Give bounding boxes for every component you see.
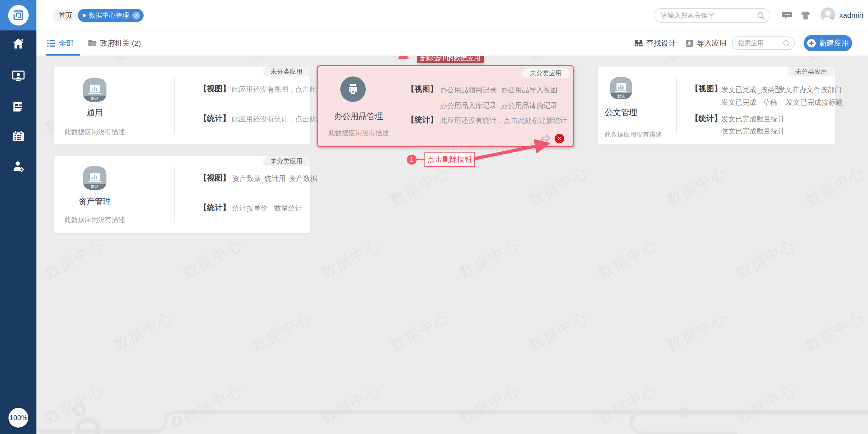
delete-app-button[interactable]: ✕ bbox=[555, 134, 564, 143]
views-label: 【视图】 bbox=[407, 84, 438, 95]
stat-link[interactable]: 数量统计 bbox=[274, 204, 302, 213]
app-card-assets[interactable]: 未分类应用 默认 资产管理 此数据应用没有描述 【视图】 资产数据_统计用 资产… bbox=[54, 156, 310, 233]
breadcrumb-home[interactable]: 首页 bbox=[52, 10, 79, 21]
new-app-button[interactable]: 新建应用 bbox=[804, 35, 852, 51]
watermark-text: 数据中心 bbox=[318, 380, 385, 428]
app-search bbox=[732, 36, 795, 50]
watermark-text: 数据中心 bbox=[733, 235, 800, 283]
tab-all[interactable]: 全部 bbox=[47, 30, 74, 56]
stat-link[interactable]: 发文已完成数量统计 bbox=[721, 114, 785, 124]
step-1-marker: 1 bbox=[407, 155, 417, 165]
view-link[interactable]: 办公用品导入视图 bbox=[501, 85, 557, 95]
close-tab-icon[interactable]: ✕ bbox=[132, 12, 140, 19]
monitor-user-icon[interactable] bbox=[12, 69, 25, 82]
app-search-input[interactable] bbox=[738, 37, 781, 49]
category-badge[interactable]: 未分类应用 bbox=[263, 156, 310, 166]
tab-data-center-label: 数据中心管理 bbox=[89, 11, 129, 20]
import-app-button[interactable]: 导入应用 bbox=[685, 30, 727, 56]
home-icon[interactable] bbox=[12, 37, 25, 50]
watermark-text: 数据中心 bbox=[180, 380, 247, 428]
global-search-input[interactable] bbox=[661, 9, 753, 22]
news-icon[interactable] bbox=[12, 99, 25, 112]
view-link[interactable]: 发文已完成_按类型 bbox=[721, 85, 782, 95]
move-category-icon[interactable] bbox=[540, 133, 551, 145]
watermark-text: 数据中心 bbox=[387, 162, 454, 210]
username[interactable]: xadmin bbox=[839, 11, 863, 19]
watermark-text: 数据中心 bbox=[525, 307, 592, 355]
watermark-text: 数据中心 bbox=[36, 162, 39, 210]
calendar-icon[interactable] bbox=[12, 130, 25, 142]
search-icon[interactable] bbox=[757, 12, 765, 22]
category-badge[interactable]: 未分类应用 bbox=[522, 68, 569, 78]
view-link[interactable]: 办公用品入库记录 bbox=[440, 101, 497, 110]
app-title[interactable]: 通用 bbox=[54, 107, 136, 118]
stat-link[interactable]: 收文已完成数量统计 bbox=[721, 126, 785, 136]
user-avatar[interactable] bbox=[821, 7, 835, 22]
app-card-office-supplies[interactable]: 未分类应用 办公用品管理 此数据应用没有描述 【视图】 办公用品领用记录 办公用… bbox=[317, 65, 574, 147]
icon-band-label: 默认 bbox=[83, 96, 106, 102]
binoculars-icon bbox=[634, 39, 643, 47]
app-title[interactable]: 公文管理 bbox=[598, 107, 644, 118]
stats-label: 【统计】 bbox=[199, 202, 230, 213]
watermark-text: 数据中心 bbox=[664, 307, 730, 355]
stats-label: 【统计】 bbox=[199, 113, 230, 124]
app-description: 此数据应用没有描述 bbox=[318, 129, 400, 138]
stat-link[interactable]: 统计按单价 bbox=[232, 204, 268, 213]
tab-all-label: 全部 bbox=[59, 38, 74, 48]
view-link[interactable]: 发文在办文件按部门 bbox=[778, 85, 842, 95]
app-default-icon[interactable]: 默认 bbox=[83, 166, 106, 190]
theme-icon[interactable] bbox=[800, 10, 811, 22]
folder-icon bbox=[88, 39, 97, 47]
watermark-text: 数据中心 bbox=[387, 307, 454, 355]
messages-icon[interactable] bbox=[782, 10, 793, 22]
watermark-text: 数据中心 bbox=[664, 56, 730, 65]
views-label: 【视图】 bbox=[691, 84, 722, 94]
tab-gov-label: 政府机关 (2) bbox=[100, 38, 141, 48]
app-logo[interactable] bbox=[0, 0, 36, 30]
watermark-text: 数据中心 bbox=[249, 56, 316, 65]
watermark-text: 数据中心 bbox=[802, 162, 868, 210]
plus-circle-icon bbox=[807, 39, 816, 48]
zoom-level-badge[interactable]: 100% bbox=[8, 408, 28, 428]
app-title[interactable]: 资产管理 bbox=[54, 196, 136, 207]
watermark-text: 数据中心 bbox=[180, 235, 247, 283]
app-description: 此数据应用没有描述 bbox=[54, 215, 136, 224]
tab-data-center[interactable]: 数据中心管理 ✕ bbox=[78, 9, 144, 22]
watermark-text: 数据中心 bbox=[41, 380, 108, 428]
watermark-text: 数据中心 bbox=[595, 380, 661, 428]
app-card-general[interactable]: 未分类应用 默认 通用 此数据应用没有描述 【视图】 此应用还没有视图，点击此处… bbox=[54, 67, 310, 144]
category-badge[interactable]: 未分类应用 bbox=[787, 67, 835, 76]
step-1-callout: 点击删除按钮 bbox=[424, 152, 475, 167]
divider bbox=[174, 167, 175, 223]
divider bbox=[676, 77, 677, 134]
watermark-text: 数据中心 bbox=[456, 380, 523, 428]
divider bbox=[402, 77, 402, 136]
app-card-official-docs[interactable]: 未分类应用 默认 公文管理 此数据应用没有描述 【视图】 发文已完成_按类型 发… bbox=[598, 67, 835, 144]
view-link[interactable]: 办公用品领用记录 bbox=[440, 85, 497, 95]
watermark-text: 数据中心 bbox=[41, 235, 108, 283]
stats-empty-link[interactable]: 此应用还没有统计，点击此处创建新统计 bbox=[440, 116, 567, 125]
find-design-button[interactable]: 查找设计 bbox=[634, 30, 676, 56]
app-default-icon[interactable]: 默认 bbox=[83, 78, 106, 102]
watermark-text: 数据中心 bbox=[456, 235, 523, 283]
user-settings-icon[interactable] bbox=[12, 160, 25, 173]
view-link[interactable]: 资产数据_统计用 bbox=[232, 174, 286, 183]
watermark-text: 数据中心 bbox=[318, 235, 385, 283]
view-link[interactable]: 草稿 bbox=[763, 98, 777, 107]
app-printer-icon[interactable] bbox=[340, 76, 366, 102]
view-link[interactable]: 资产数据 bbox=[289, 174, 317, 183]
watermark-text: 数据中心 bbox=[36, 56, 39, 65]
view-link[interactable]: 办公用品请购记录 bbox=[501, 101, 557, 110]
view-link[interactable]: 发文已完成 bbox=[721, 98, 757, 107]
watermark-text: 数据中心 bbox=[802, 307, 868, 355]
tab-gov-agency[interactable]: 政府机关 (2) bbox=[88, 30, 141, 56]
logo-icon bbox=[8, 5, 29, 25]
app-description: 此数据应用没有描述 bbox=[54, 127, 136, 137]
app-description: 此数据应用没有描述 bbox=[601, 130, 665, 139]
view-link[interactable]: 发文已完成按标题 bbox=[786, 98, 843, 107]
watermark-text: 数据中心 bbox=[110, 307, 177, 355]
app-default-icon[interactable]: 默认 bbox=[610, 77, 632, 99]
app-title[interactable]: 办公用品管理 bbox=[318, 111, 400, 122]
category-badge[interactable]: 未分类应用 bbox=[263, 67, 310, 76]
app-search-icon[interactable] bbox=[783, 40, 791, 49]
